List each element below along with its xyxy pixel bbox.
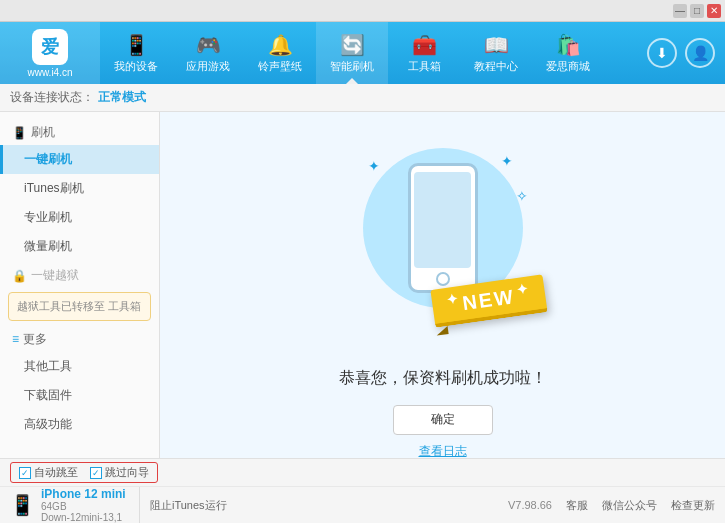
device-name: iPhone 12 mini — [41, 487, 126, 501]
logo-icon: 爱 — [32, 29, 68, 65]
auto-jump-label: 自动跳至 — [34, 465, 78, 480]
version-label: V7.98.66 — [508, 499, 552, 511]
checkbox-highlight-box: 自动跳至 跳过向导 — [10, 462, 158, 483]
nav-smart-label: 智能刷机 — [330, 59, 374, 74]
jailbreak-notice: 越狱工具已转移至 工具箱 — [8, 292, 151, 321]
skip-wizard-label: 跳过向导 — [105, 465, 149, 480]
sidebar-item-pro[interactable]: 专业刷机 — [0, 203, 159, 232]
section-more: ≡ 更多 — [0, 325, 159, 352]
tutorial-nav-icon: 📖 — [484, 33, 509, 57]
device-row: 📱 iPhone 12 mini 64GB Down-12mini-13,1 阻… — [0, 487, 725, 523]
smart-nav-icon: 🔄 — [340, 33, 365, 57]
main-area: 📱 刷机 一键刷机 iTunes刷机 专业刷机 微量刷机 🔒 一键越狱 越狱工具… — [0, 112, 725, 495]
nav-ringtone-label: 铃声壁纸 — [258, 59, 302, 74]
nav-store-label: 爱思商城 — [546, 59, 590, 74]
sidebar-item-advanced[interactable]: 高级功能 — [0, 410, 159, 439]
new-badge-text: NEW — [461, 285, 516, 314]
device-version: Down-12mini-13,1 — [41, 512, 126, 523]
sidebar-item-other-tools[interactable]: 其他工具 — [0, 352, 159, 381]
nav-store[interactable]: 🛍️ 爱思商城 — [532, 22, 604, 84]
nav-device[interactable]: 📱 我的设备 — [100, 22, 172, 84]
sidebar-item-itunes[interactable]: iTunes刷机 — [0, 174, 159, 203]
minimize-button[interactable]: — — [673, 4, 687, 18]
logo-area[interactable]: 爱 www.i4.cn — [0, 22, 100, 84]
sidebar-item-one-click[interactable]: 一键刷机 — [0, 145, 159, 174]
section-jailbreak-label: 一键越狱 — [31, 267, 79, 284]
maximize-button[interactable]: □ — [690, 4, 704, 18]
sparkle-icon-2: ✦ — [501, 153, 513, 169]
store-nav-icon: 🛍️ — [556, 33, 581, 57]
update-link[interactable]: 检查更新 — [671, 498, 715, 513]
bottom-section: 自动跳至 跳过向导 📱 iPhone 12 mini 64GB Down-12m… — [0, 458, 725, 523]
checkbox-row: 自动跳至 跳过向导 — [0, 459, 725, 487]
logo-url: www.i4.cn — [27, 67, 72, 78]
sparkle-icon-1: ✦ — [368, 158, 380, 174]
status-label: 设备连接状态： — [10, 89, 94, 106]
nav-apps[interactable]: 🎮 应用游戏 — [172, 22, 244, 84]
user-button[interactable]: 👤 — [685, 38, 715, 68]
sidebar-item-download[interactable]: 下载固件 — [0, 381, 159, 410]
ringtone-nav-icon: 🔔 — [268, 33, 293, 57]
nav-right-buttons: ⬇ 👤 — [647, 38, 715, 68]
skip-wizard-checkbox[interactable]: 跳过向导 — [90, 465, 149, 480]
wechat-link[interactable]: 微信公众号 — [602, 498, 657, 513]
nav-toolbox[interactable]: 🧰 工具箱 — [388, 22, 460, 84]
nav-items: 📱 我的设备 🎮 应用游戏 🔔 铃声壁纸 🔄 智能刷机 🧰 工具箱 📖 教程中心… — [100, 22, 647, 84]
confirm-button[interactable]: 确定 — [393, 405, 493, 435]
header: 爱 www.i4.cn 📱 我的设备 🎮 应用游戏 🔔 铃声壁纸 🔄 智能刷机 … — [0, 22, 725, 84]
device-info-area: 📱 iPhone 12 mini 64GB Down-12mini-13,1 — [10, 487, 140, 523]
nav-tutorial[interactable]: 📖 教程中心 — [460, 22, 532, 84]
close-button[interactable]: ✕ — [707, 4, 721, 18]
download-button[interactable]: ⬇ — [647, 38, 677, 68]
sparkle-icon-3: ✧ — [516, 188, 528, 204]
phone-device — [408, 163, 478, 293]
log-link[interactable]: 查看日志 — [419, 443, 467, 460]
jailbreak-section-icon: 🔒 — [12, 269, 27, 283]
success-text: 恭喜您，保资料刷机成功啦！ — [339, 368, 547, 389]
sidebar: 📱 刷机 一键刷机 iTunes刷机 专业刷机 微量刷机 🔒 一键越狱 越狱工具… — [0, 112, 160, 495]
device-details: iPhone 12 mini 64GB Down-12mini-13,1 — [41, 487, 126, 523]
nav-tutorial-label: 教程中心 — [474, 59, 518, 74]
skip-wizard-checkbox-box[interactable] — [90, 467, 102, 479]
phone-home-btn — [436, 272, 450, 286]
more-section-icon: ≡ — [12, 332, 19, 346]
sidebar-item-micro[interactable]: 微量刷机 — [0, 232, 159, 261]
nav-device-label: 我的设备 — [114, 59, 158, 74]
nav-smart[interactable]: 🔄 智能刷机 — [316, 22, 388, 84]
support-link[interactable]: 客服 — [566, 498, 588, 513]
phone-illustration: ✦ ✦ ✧ ✦NEW✦ — [353, 148, 533, 348]
bottom-right-links: V7.98.66 客服 微信公众号 检查更新 — [508, 498, 715, 513]
status-bar: 设备连接状态： 正常模式 — [0, 84, 725, 112]
nav-toolbox-label: 工具箱 — [408, 59, 441, 74]
nav-apps-label: 应用游戏 — [186, 59, 230, 74]
content-area: ✦ ✦ ✧ ✦NEW✦ 恭喜您，保资料刷机成功啦！ 确定 查 — [160, 112, 725, 495]
device-icon: 📱 — [10, 493, 35, 517]
status-value: 正常模式 — [98, 89, 146, 106]
device-nav-icon: 📱 — [124, 33, 149, 57]
auto-jump-checkbox[interactable]: 自动跳至 — [19, 465, 78, 480]
section-more-label: 更多 — [23, 331, 47, 348]
section-flash-label: 刷机 — [31, 124, 55, 141]
flash-section-icon: 📱 — [12, 126, 27, 140]
auto-jump-checkbox-box[interactable] — [19, 467, 31, 479]
section-flash: 📱 刷机 — [0, 118, 159, 145]
title-bar: — □ ✕ — [0, 0, 725, 22]
toolbox-nav-icon: 🧰 — [412, 33, 437, 57]
nav-ringtone[interactable]: 🔔 铃声壁纸 — [244, 22, 316, 84]
apps-nav-icon: 🎮 — [196, 33, 221, 57]
device-storage: 64GB — [41, 501, 126, 512]
stop-itunes-button[interactable]: 阻止iTunes运行 — [150, 498, 508, 513]
section-jailbreak: 🔒 一键越狱 — [0, 261, 159, 288]
phone-screen — [414, 172, 472, 268]
